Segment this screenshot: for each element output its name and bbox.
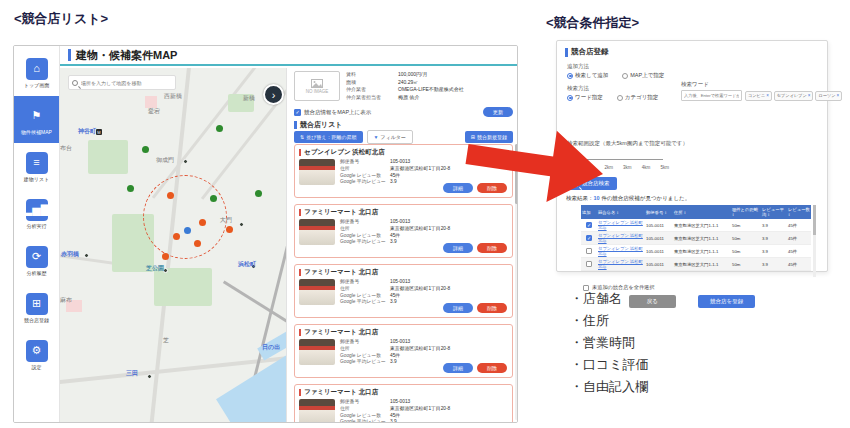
competitor-marker-green[interactable]: [255, 190, 262, 197]
store-name-link[interactable]: セブンイレブン 浜松町北店: [598, 233, 643, 243]
table-scrollbar[interactable]: [813, 205, 816, 277]
map-place-label: 麻布: [60, 296, 72, 305]
sort-button[interactable]: ⇅ 並び替え：距離の昇順: [294, 131, 363, 143]
refresh-button[interactable]: 更新: [483, 107, 513, 117]
add-method-option-0[interactable]: 検索して追加: [567, 72, 608, 79]
map-park: [154, 268, 212, 306]
keyword-chip: ローソン×: [815, 91, 842, 101]
range-tick-label: 3km: [623, 165, 632, 170]
page-title: 建物・候補案件MAP: [76, 48, 177, 63]
sidebar-item-3[interactable]: ▂▅▇分析実行: [14, 190, 59, 237]
property-field-value: 梅原 佑介: [398, 94, 419, 102]
result-cell-name: セブンイレブン 浜松町北店: [597, 219, 645, 232]
keyword-chip: セブンイレブン×: [774, 91, 814, 101]
register-stores-button[interactable]: 競合店を登録: [698, 295, 755, 308]
radio-icon: [622, 73, 628, 79]
search-method-radios: ワード指定カテゴリ指定: [567, 94, 658, 101]
result-cell-review-avg: 3.9: [761, 258, 787, 271]
result-table-header: 追加競合店名 ↕郵便番号 ↕住所 ↕物件との距離 ↕レビュー平均 ↕レビュー数 …: [581, 205, 811, 219]
property-field-row: 賃料100,000円/月: [346, 71, 513, 79]
chip-remove-icon[interactable]: ×: [808, 93, 811, 98]
store-field-row: 住所東京都港区浜松町1丁目20-8: [340, 226, 508, 233]
table-scrollbar-thumb[interactable]: [813, 205, 816, 235]
show-competitors-checkbox[interactable]: ✓: [294, 109, 301, 116]
competitor-marker-orange[interactable]: [173, 233, 180, 240]
store-detail-button[interactable]: 詳細: [443, 363, 473, 373]
registered-info-bullets: ・店舗名・住所・営業時間・口コミ評価・自由記入欄: [570, 288, 649, 398]
store-delete-button[interactable]: 削除: [477, 303, 507, 313]
store-card-2: ファミリーマート 北口店郵便番号105-0013住所東京都港区浜松町1丁目20-…: [294, 264, 513, 318]
store-field-row: 郵便番号105-0013: [340, 219, 508, 226]
row-add-checkbox[interactable]: [586, 261, 592, 267]
panel-collapse-button[interactable]: ›: [263, 84, 284, 105]
store-card-buttons: 詳細削除: [443, 243, 507, 253]
store-field-value: 45件: [390, 353, 400, 360]
result-cell-review-count: 45件: [787, 245, 811, 258]
sidebar-item-4[interactable]: ⟳分析履歴: [14, 237, 59, 284]
result-cell-address: 東京都港区芝大門1-1-1: [673, 258, 731, 271]
sidebar-item-6[interactable]: ⚙設定: [14, 331, 59, 378]
row-add-checkbox[interactable]: [586, 248, 592, 254]
sidebar-nav: ⌂トップ画面⚑物件候補MAP≡建物リスト▂▅▇分析実行⟳分析履歴⊞競合店登録⚙設…: [14, 46, 60, 422]
sidebar-item-0[interactable]: ⌂トップ画面: [14, 49, 59, 96]
property-field-row: 仲介業者担当者梅原 佑介: [346, 94, 513, 102]
sidebar-item-2[interactable]: ≡建物リスト: [14, 143, 59, 190]
result-cell-review-avg: 3.9: [761, 232, 787, 245]
store-field-value: 105-0013: [390, 159, 410, 166]
competitor-marker-orange[interactable]: [162, 253, 169, 260]
result-row-1: ✓セブンイレブン 浜松町北店105-0011東京都港区芝大門1-1-150m3.…: [581, 232, 811, 245]
competitor-marker-green[interactable]: [142, 146, 149, 153]
row-add-checkbox[interactable]: ✓: [586, 222, 592, 228]
competitor-marker-orange[interactable]: [194, 240, 201, 247]
result-column-5: レビュー平均 ↕: [761, 205, 787, 219]
keyword-input[interactable]: [681, 90, 742, 101]
add-method-option-1[interactable]: MAP上で指定: [622, 72, 664, 79]
map-park: [88, 140, 128, 174]
range-tick-label: 4km: [642, 165, 651, 170]
map-search-input[interactable]: [81, 80, 171, 86]
result-column-4: 物件との距離 ↕: [731, 205, 761, 219]
result-cell-address: 東京都港区芝大門1-1-1: [673, 232, 731, 245]
bullet-item: ・店舗名: [570, 288, 649, 310]
分析実行-icon: ▂▅▇: [26, 199, 48, 221]
store-name-link[interactable]: セブンイレブン 浜松町北店: [598, 246, 643, 256]
store-delete-button[interactable]: 削除: [477, 243, 507, 253]
property-field-label: 仲介業者担当者: [346, 94, 398, 102]
competitor-marker-green[interactable]: [216, 125, 223, 132]
chip-remove-icon[interactable]: ×: [766, 93, 769, 98]
bullet-item: ・営業時間: [570, 332, 649, 354]
competitor-marker-green[interactable]: [127, 185, 134, 192]
row-add-checkbox[interactable]: ✓: [586, 235, 592, 241]
sidebar-item-5[interactable]: ⊞競合店登録: [14, 284, 59, 331]
競合店登録-icon: ⊞: [26, 293, 48, 315]
search-method-option-1[interactable]: カテゴリ指定: [617, 94, 659, 101]
sidebar-item-label: 建物リスト: [24, 176, 49, 182]
storefront-photo: [299, 279, 335, 305]
chip-remove-icon[interactable]: ×: [836, 93, 839, 98]
map-search-box[interactable]: [68, 75, 176, 90]
store-field-value: 東京都港区浜松町1丁目20-8: [390, 166, 450, 173]
sort-icon: ⇅: [300, 134, 304, 140]
competitor-marker-orange[interactable]: [226, 226, 233, 233]
store-name-link[interactable]: セブンイレブン 浜松町北店: [598, 259, 643, 269]
store-detail-button[interactable]: 詳細: [443, 243, 473, 253]
right-screenshot-caption: <競合条件指定>: [546, 14, 639, 32]
store-name-link[interactable]: セブンイレブン 浜松町北店: [598, 220, 643, 230]
page: <競合店リスト> <競合条件指定> ⌂トップ画面⚑物件候補MAP≡建物リスト▂▅…: [0, 0, 850, 428]
store-field-value: 45件: [390, 173, 400, 180]
sidebar-item-1[interactable]: ⚑物件候補MAP: [14, 96, 59, 143]
store-field-row: 郵便番号105-0013: [340, 399, 508, 406]
competitor-marker-green[interactable]: [210, 195, 217, 202]
filter-button[interactable]: ▼ フィルター: [367, 130, 413, 144]
result-cell-postal: 105-0011: [645, 219, 673, 232]
store-detail-button[interactable]: 詳細: [443, 303, 473, 313]
competitor-marker-orange[interactable]: [199, 219, 206, 226]
store-delete-button[interactable]: 削除: [477, 363, 507, 373]
storefront-photo: [299, 159, 335, 185]
property-marker[interactable]: [184, 227, 191, 234]
map-place-label: 西新橋: [164, 92, 182, 101]
result-cell-name: セブンイレブン 浜松町北店: [597, 245, 645, 258]
competitor-marker-orange[interactable]: [167, 192, 174, 199]
search-method-option-0[interactable]: ワード指定: [567, 94, 603, 101]
map-canvas[interactable]: › M 西新橋新橋愛宕神谷町布台御成門大門浜松町芝公園赤羽橋麻布芝三田日の出: [60, 68, 286, 423]
